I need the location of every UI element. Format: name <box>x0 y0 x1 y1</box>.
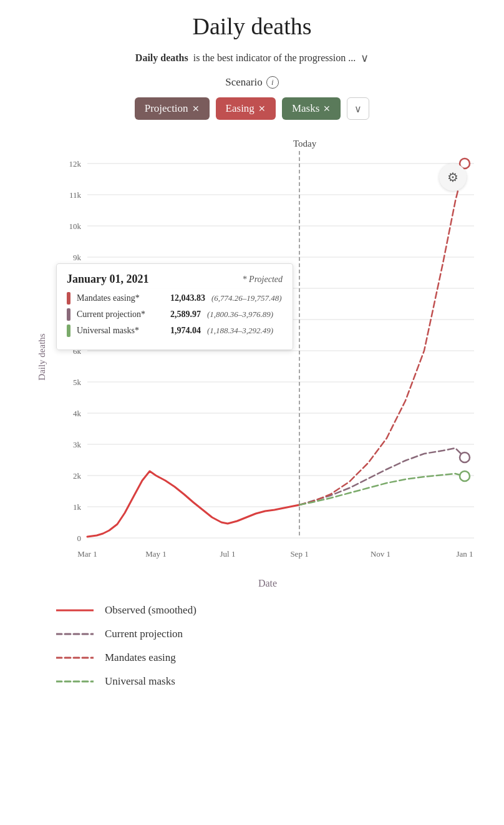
tooltip-value-masks: 1,974.04 <box>170 326 201 336</box>
page: Daily deaths Daily deaths is the best in… <box>0 0 504 718</box>
expand-chevron[interactable]: ∨ <box>361 51 369 65</box>
tooltip-label-masks: Universal masks* <box>77 326 164 336</box>
svg-text:1k: 1k <box>73 502 82 512</box>
tooltip-range-projection: (1,800.36–3,976.89) <box>207 310 273 320</box>
svg-text:4k: 4k <box>73 409 82 418</box>
svg-text:11k: 11k <box>69 190 82 200</box>
tag-easing[interactable]: Easing ✕ <box>216 97 276 120</box>
tooltip-color-projection <box>67 308 70 321</box>
tag-masks-label: Masks <box>292 102 319 115</box>
legend-label-masks: Universal masks <box>105 675 175 688</box>
tag-easing-label: Easing <box>226 102 254 115</box>
subtitle-bold: Daily deaths <box>135 52 188 64</box>
svg-text:2k: 2k <box>73 471 82 481</box>
tooltip-row-easing: Mandates easing* 12,043.83 (6,774.26–19,… <box>67 292 283 305</box>
tooltip-label-projection: Current projection* <box>77 310 164 320</box>
scenario-tags: Projection ✕ Easing ✕ Masks ✕ ∨ <box>6 97 498 120</box>
info-icon[interactable]: i <box>266 76 279 89</box>
tooltip-projected: * Projected <box>243 275 283 285</box>
chart-svg: 0 1k 2k 3k 4k 5k 6k 7k 8k 9k 10k 11k 12k… <box>50 139 493 575</box>
tooltip-date: January 01, 2021 <box>67 273 149 286</box>
legend-line-observed <box>56 606 94 615</box>
x-axis-label: Date <box>50 578 485 589</box>
svg-text:Jul 1: Jul 1 <box>220 549 236 559</box>
tooltip-box: January 01, 2021 * Projected Mandates ea… <box>56 263 293 350</box>
legend-label-observed: Observed (smoothed) <box>105 604 196 617</box>
tooltip-header: January 01, 2021 * Projected <box>67 273 283 286</box>
legend-label-projection: Current projection <box>105 628 183 640</box>
svg-text:12k: 12k <box>69 159 82 168</box>
legend-line-masks <box>56 677 94 686</box>
tag-dropdown[interactable]: ∨ <box>347 97 369 120</box>
settings-button[interactable]: ⚙ <box>439 164 467 191</box>
svg-text:Sep 1: Sep 1 <box>290 549 308 559</box>
scenario-row: Scenario i <box>6 76 498 89</box>
svg-text:9k: 9k <box>73 253 82 262</box>
svg-text:Nov 1: Nov 1 <box>371 549 390 559</box>
tag-projection-close[interactable]: ✕ <box>192 104 200 114</box>
tooltip-range-masks: (1,188.34–3,292.49) <box>207 326 273 336</box>
legend-item-projection: Current projection <box>56 628 498 640</box>
svg-text:Jan 1: Jan 1 <box>456 549 473 559</box>
legend-item-observed: Observed (smoothed) <box>56 604 498 617</box>
legend-line-easing <box>56 653 94 662</box>
tag-easing-close[interactable]: ✕ <box>258 104 266 114</box>
chart-wrapper: Daily deaths <box>50 139 485 575</box>
svg-point-36 <box>460 471 470 481</box>
svg-text:10k: 10k <box>69 222 82 231</box>
tooltip-value-projection: 2,589.97 <box>170 310 201 320</box>
scenario-label: Scenario <box>225 76 262 89</box>
svg-text:May 1: May 1 <box>145 549 167 559</box>
tooltip-value-easing: 12,043.83 <box>170 293 205 303</box>
svg-text:Mar 1: Mar 1 <box>77 549 97 559</box>
svg-text:3k: 3k <box>73 440 82 449</box>
legend-item-easing: Mandates easing <box>56 652 498 664</box>
svg-text:5k: 5k <box>73 378 82 387</box>
legend-line-projection <box>56 630 94 638</box>
tag-projection-label: Projection <box>145 102 188 115</box>
legend-item-masks: Universal masks <box>56 675 498 688</box>
tag-projection[interactable]: Projection ✕ <box>135 97 210 120</box>
legend-area: Observed (smoothed) Current projection M… <box>6 604 498 688</box>
tag-masks-close[interactable]: ✕ <box>323 104 331 114</box>
tooltip-color-masks <box>67 325 70 337</box>
tag-masks[interactable]: Masks ✕ <box>282 97 341 120</box>
tooltip-label-easing: Mandates easing* <box>77 293 164 303</box>
tooltip-row-projection: Current projection* 2,589.97 (1,800.36–3… <box>67 308 283 321</box>
legend-label-easing: Mandates easing <box>105 652 176 664</box>
y-axis-label: Daily deaths <box>37 333 47 380</box>
settings-icon: ⚙ <box>447 170 458 185</box>
svg-text:0: 0 <box>77 534 82 543</box>
svg-point-35 <box>460 452 470 462</box>
tooltip-color-easing <box>67 292 70 305</box>
subtitle-row: Daily deaths is the best indicator of th… <box>6 51 498 65</box>
chart-area: Today Daily deaths <box>6 139 498 589</box>
subtitle-text: is the best indicator of the progression… <box>193 52 356 64</box>
tooltip-range-easing: (6,774.26–19,757.48) <box>211 293 282 303</box>
page-title: Daily deaths <box>6 12 498 40</box>
tooltip-row-masks: Universal masks* 1,974.04 (1,188.34–3,29… <box>67 325 283 337</box>
